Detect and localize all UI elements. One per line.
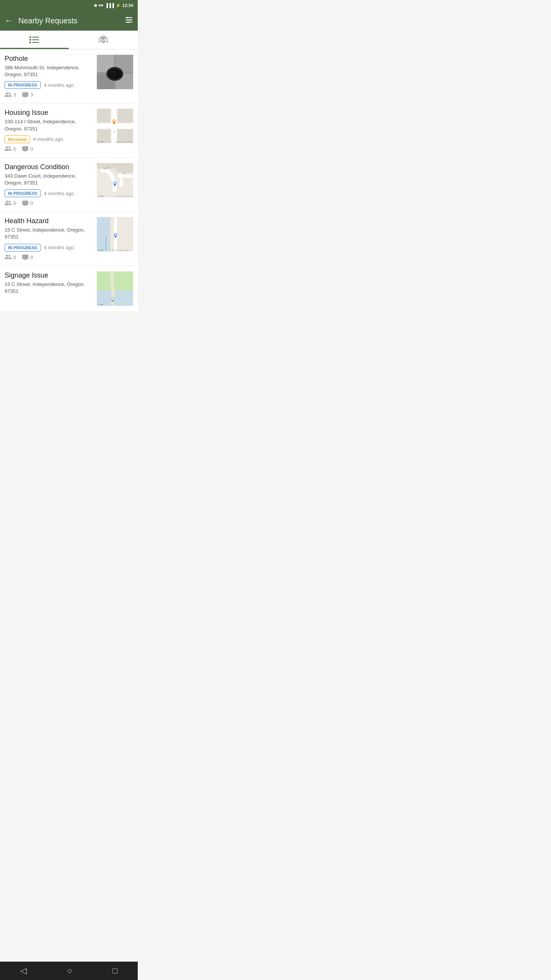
svg-text:I St: I St [113, 130, 116, 133]
comments-icon [22, 146, 28, 152]
svg-text:Willamette River: Willamette River [105, 236, 107, 250]
tab-map[interactable] [69, 31, 138, 49]
request-counts: 0 0 [5, 200, 93, 206]
request-info: Dangerous Condition 343 Dawn Court, Inde… [5, 163, 97, 206]
signage-map-image: Google [97, 271, 133, 306]
supporters-icon [5, 201, 11, 206]
svg-rect-24 [97, 109, 111, 122]
request-info: Signage Issue 15 C Street, Independence,… [5, 271, 97, 298]
request-address: 386 Monmouth St, Independence, Oregon, 9… [5, 64, 93, 78]
svg-text:Map data ©2015 Google: Map data ©2015 Google [112, 249, 129, 251]
svg-point-46 [115, 234, 117, 236]
svg-text:Map data ©2015 Google: Map data ©2015 Google [116, 195, 133, 197]
list-item[interactable]: Housing Issue 100-114 I Street, Independ… [0, 103, 138, 157]
svg-rect-9 [32, 37, 39, 38]
nav-back-button[interactable]: ◁ [13, 963, 34, 979]
svg-rect-36 [116, 163, 133, 173]
svg-rect-43 [110, 217, 133, 252]
svg-text:Google: Google [98, 303, 104, 305]
request-counts: 0 0 [5, 255, 93, 260]
request-counts: 3 3 [5, 92, 93, 98]
comments-value: 3 [30, 92, 33, 98]
request-meta: IN PROGRESS 4 months ago [5, 244, 93, 252]
status-badge: IN PROGRESS [5, 81, 41, 89]
request-thumbnail: Willamette River Google Map data ©2015 G… [97, 217, 133, 252]
time-ago: 4 months ago [33, 136, 63, 142]
request-thumbnail [97, 55, 133, 89]
pothole-image [97, 55, 133, 89]
time-ago: 4 months ago [44, 245, 74, 250]
svg-text:Kyle: Kyle [122, 172, 126, 174]
request-info: Health Hazard 15 C Street, Independence,… [5, 217, 97, 260]
supporters-count: 3 [5, 92, 16, 98]
svg-rect-49 [97, 271, 133, 291]
list-item[interactable]: Health Hazard 15 C Street, Independence,… [0, 212, 138, 266]
request-meta: IN PROGRESS 4 months ago [5, 189, 93, 197]
housing-map-image: I St Google Map data ©2015 Google [97, 109, 133, 143]
svg-text:Map data ©2015 Google: Map data ©2015 Google [116, 141, 133, 143]
supporters-icon [5, 92, 11, 98]
time-ago: 4 months ago [44, 191, 74, 196]
health-hazard-map-image: Willamette River Google Map data ©2015 G… [97, 217, 133, 252]
app-bar: ← Nearby Requests [0, 11, 138, 31]
request-info: Housing Issue 100-114 I Street, Independ… [5, 109, 97, 152]
request-thumbnail: I St Google Map data ©2015 Google [97, 109, 133, 143]
supporters-value: 0 [13, 146, 16, 152]
svg-rect-23 [111, 109, 117, 143]
back-button[interactable]: ← [5, 16, 13, 26]
comments-icon [22, 201, 28, 206]
supporters-count: 0 [5, 255, 16, 260]
tab-list[interactable] [0, 31, 69, 49]
status-bar: ⊕ ▾▾ ▐▐▐ ⚡ 12:34 [0, 0, 138, 11]
comments-value: 0 [30, 255, 33, 260]
supporters-value: 0 [13, 255, 16, 260]
tabs [0, 31, 138, 49]
svg-rect-8 [29, 42, 31, 43]
svg-text:Google: Google [98, 249, 104, 251]
status-badge: IN PROGRESS [5, 189, 41, 197]
request-meta: Received 4 months ago [5, 136, 93, 143]
supporters-count: 0 [5, 146, 16, 152]
battery-icon: ⚡ [116, 3, 121, 8]
svg-point-29 [113, 120, 115, 122]
status-icons: ⊕ ▾▾ ▐▐▐ ⚡ 12:34 [94, 3, 133, 8]
svg-text:Google: Google [98, 195, 104, 197]
supporters-value: 3 [13, 92, 16, 98]
list-item[interactable]: Pothole 386 Monmouth St, Independence, O… [0, 49, 138, 103]
comments-value: 0 [30, 200, 33, 206]
nav-recent-button[interactable]: □ [105, 963, 125, 979]
request-thumbnail: Dawn C... Kyle Google Map data ©2015 Goo… [97, 163, 133, 198]
request-title: Health Hazard [5, 217, 93, 225]
page-title: Nearby Requests [18, 16, 125, 25]
supporters-value: 0 [13, 200, 16, 206]
nav-bar: ◁ ○ □ [0, 962, 138, 980]
request-meta: IN PROGRESS 4 months ago [5, 81, 93, 89]
request-list: Pothole 386 Monmouth St, Independence, O… [0, 49, 138, 312]
svg-rect-25 [117, 109, 133, 122]
svg-point-51 [112, 298, 114, 300]
comments-count: 3 [22, 92, 33, 98]
svg-point-3 [127, 17, 128, 18]
supporters-icon [5, 255, 11, 260]
svg-rect-6 [29, 36, 31, 38]
svg-point-4 [129, 19, 131, 21]
signal-icon: ▐▐▐ [105, 3, 114, 8]
list-item[interactable]: Signage Issue 15 C Street, Independence,… [0, 266, 138, 312]
filter-button[interactable] [125, 16, 133, 26]
request-info: Pothole 386 Monmouth St, Independence, O… [5, 55, 97, 98]
list-icon [29, 36, 40, 44]
wifi-icon: ▾▾ [99, 3, 103, 8]
comments-icon [22, 92, 28, 98]
comments-count: 0 [22, 146, 33, 152]
supporters-count: 0 [5, 200, 16, 206]
nav-home-button[interactable]: ○ [59, 963, 80, 979]
location-icon: ⊕ [94, 3, 97, 8]
svg-rect-7 [29, 39, 31, 41]
comments-count: 0 [22, 255, 33, 260]
list-item[interactable]: Dangerous Condition 343 Dawn Court, Inde… [0, 158, 138, 212]
request-counts: 0 0 [5, 146, 93, 152]
map-icon [98, 34, 109, 45]
svg-text:Google: Google [98, 140, 104, 143]
request-address: 15 C Street, Independence, Oregon, 97351 [5, 227, 93, 240]
filter-icon [125, 16, 133, 24]
